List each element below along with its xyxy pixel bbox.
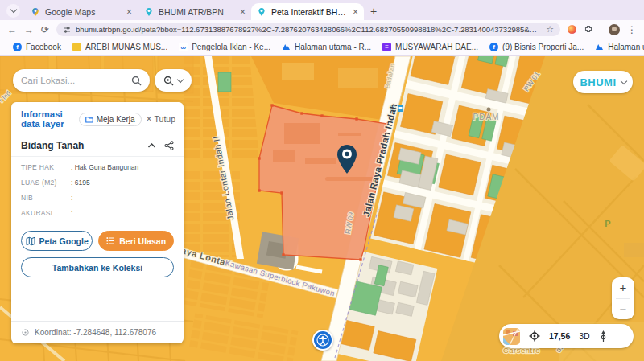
info-panel: Informasi data layer Meja Kerja × Tutup … xyxy=(11,102,184,343)
chevron-up-icon[interactable] xyxy=(147,142,156,149)
tab-bar: Google Maps × BHUMI ATR/BPN × Peta Inter… xyxy=(0,0,644,20)
parcel-fields: TIPE HAK: Hak Guna Bangunan LUAS (M2): 6… xyxy=(11,157,184,226)
review-list-icon xyxy=(106,236,115,245)
facebook-icon: f xyxy=(13,43,22,51)
bhumi-icon xyxy=(144,7,154,17)
bhumi-logo-menu[interactable]: BHUMI xyxy=(573,71,633,93)
parking-label: P xyxy=(605,219,610,228)
profile-avatar[interactable] xyxy=(609,24,620,35)
panel-title: Informasi data layer xyxy=(21,109,74,129)
tab-peta-interaktif-active[interactable]: Peta Interaktif BHUMI ATR/BPN × xyxy=(251,3,364,20)
search-input[interactable] xyxy=(21,76,126,85)
chevron-down-icon xyxy=(10,6,16,13)
bookmark-facebook[interactable]: fFacebook xyxy=(8,43,66,51)
zoom-in-button[interactable]: + xyxy=(612,277,634,298)
locate-icon[interactable] xyxy=(529,330,540,342)
map-content: Jalan Lontar Indah II Jalan Raya Pradah … xyxy=(0,56,644,361)
close-icon[interactable]: × xyxy=(126,7,132,17)
field-row: TIPE HAK: Hak Guna Bangunan xyxy=(21,163,174,171)
field-row: LUAS (M2): 6195 xyxy=(21,178,174,187)
zoom-controls: + − xyxy=(612,277,634,319)
mountain-icon xyxy=(595,43,604,51)
extensions-puzzle-icon[interactable] xyxy=(584,25,593,35)
field-row: NIB: xyxy=(21,194,174,202)
menu-button[interactable]: ⋮ xyxy=(627,24,637,35)
bookmark-star-icon[interactable]: ☆ xyxy=(546,24,554,35)
close-icon: × xyxy=(147,113,152,125)
section-title: Bidang Tanah xyxy=(21,140,147,151)
mountain-icon xyxy=(282,43,291,51)
bookmark-halaman-utama[interactable]: Halaman utama - R... xyxy=(277,43,376,51)
bookmark-musyawarah[interactable]: ≡MUSYAWARAH DAE... xyxy=(378,43,483,51)
poi-label: PDAM xyxy=(473,113,500,121)
accessibility-button[interactable] xyxy=(312,330,333,351)
bookmark-arebi[interactable]: AREBI MUNAS MUS... xyxy=(68,43,172,51)
pdam-marker xyxy=(487,108,491,112)
browser-window: Google Maps × BHUMI ATR/BPN × Peta Inter… xyxy=(0,0,644,361)
address-bar[interactable]: bhumi.atrbpn.go.id/peta?bbox=112.6731388… xyxy=(56,23,560,36)
tambahkan-ke-koleksi-button[interactable]: Tambahkan ke Koleksi xyxy=(21,257,174,277)
new-tab-button[interactable]: + xyxy=(370,5,377,18)
advanced-search-button[interactable] xyxy=(155,69,192,92)
meta-icon: ∞ xyxy=(179,43,188,51)
bidang-tanah-section: Bidang Tanah xyxy=(11,134,184,157)
bookmark-bisnis-properti[interactable]: f(9) Bisnis Properti Ja... xyxy=(485,43,588,51)
zoom-level[interactable]: 17,56 xyxy=(549,331,570,341)
forward-button[interactable]: → xyxy=(24,24,34,35)
tab-search-button[interactable] xyxy=(6,4,20,18)
field-row: AKURASI: xyxy=(21,209,174,217)
close-icon[interactable]: × xyxy=(353,7,358,17)
map-icon xyxy=(26,236,35,246)
peta-google-button[interactable]: Peta Google xyxy=(21,231,93,251)
extension-icon[interactable] xyxy=(568,25,576,34)
block-detail xyxy=(338,68,378,88)
coordinate-readout: Koordinat: -7.284648, 112.678076 xyxy=(11,321,184,343)
mustard-block xyxy=(624,243,644,257)
tab-title: BHUMI ATR/BPN xyxy=(159,7,235,17)
tab-title: Google Maps xyxy=(45,7,122,17)
toolbar: ← → ⟳ bhumi.atrbpn.go.id/peta?bbox=112.6… xyxy=(0,20,644,39)
search-icon[interactable] xyxy=(131,76,142,86)
tutup-button[interactable]: × Tutup xyxy=(147,113,175,125)
compass-icon[interactable] xyxy=(599,330,608,343)
facebook-icon: f xyxy=(489,43,498,51)
bookmark-halaman-utama-2[interactable]: Halaman utama - R... xyxy=(590,43,644,51)
reload-button[interactable]: ⟳ xyxy=(41,24,49,35)
folder-icon xyxy=(85,116,93,123)
basemap-switcher[interactable] xyxy=(503,328,520,345)
tab-title: Peta Interaktif BHUMI ATR/BPN xyxy=(271,7,348,17)
green-building xyxy=(218,72,231,92)
share-icon[interactable] xyxy=(164,141,174,150)
search-bar[interactable] xyxy=(13,69,150,92)
tab-google-maps[interactable]: Google Maps × xyxy=(25,3,138,20)
close-icon[interactable]: × xyxy=(240,7,246,17)
zoom-search-icon xyxy=(163,76,174,86)
bookmarks-bar: fFacebook AREBI MUNAS MUS... ∞Pengelola … xyxy=(0,39,644,56)
google-maps-icon xyxy=(31,7,40,17)
bhumi-logo: BHUMI xyxy=(580,76,616,88)
url-text: bhumi.atrbpn.go.id/peta?bbox=112.6731388… xyxy=(76,25,541,34)
chevron-down-icon xyxy=(620,77,626,84)
zoom-out-button[interactable]: − xyxy=(612,299,634,320)
tab-bhumi[interactable]: BHUMI ATR/BPN × xyxy=(138,3,251,20)
crosshair-icon xyxy=(21,328,30,337)
chevron-down-icon xyxy=(177,76,184,82)
bhumi-icon xyxy=(257,7,266,17)
doc-icon: ≡ xyxy=(382,43,391,51)
toolbar-separator xyxy=(601,25,601,35)
3d-mode-button[interactable]: 3D xyxy=(579,331,589,341)
meja-kerja-button[interactable]: Meja Kerja xyxy=(79,113,142,126)
accessibility-person-icon xyxy=(316,334,329,347)
bookmark-pengelola-iklan[interactable]: ∞Pengelola Iklan - Ke... xyxy=(174,43,275,51)
back-button[interactable]: ← xyxy=(7,24,17,35)
block-detail xyxy=(282,63,314,80)
panel-header: Informasi data layer Meja Kerja × Tutup xyxy=(11,102,184,134)
site-settings-icon[interactable] xyxy=(63,26,71,34)
site-icon xyxy=(72,43,81,51)
map-control-bar: 17,56 3D xyxy=(499,324,634,348)
beri-ulasan-button[interactable]: Beri Ulasan xyxy=(98,231,174,251)
